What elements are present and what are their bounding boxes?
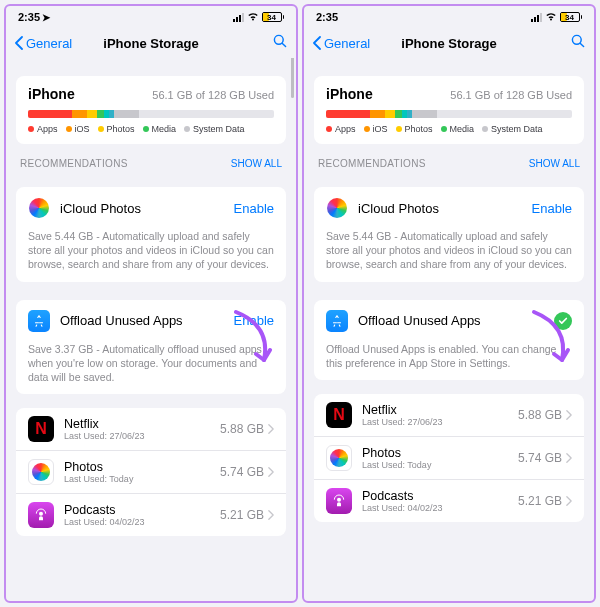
app-last-used: Last Used: 27/06/23: [64, 431, 220, 441]
show-all-button[interactable]: SHOW ALL: [529, 158, 580, 169]
wifi-icon: [545, 11, 557, 23]
app-size: 5.88 GB: [518, 408, 562, 422]
screen-left: 2:35 ➤ 34 General iPhone Storage iPhone: [4, 4, 298, 603]
app-name: Podcasts: [64, 503, 220, 517]
app-list: NNetflixLast Used: 27/06/235.88 GBPhotos…: [314, 394, 584, 522]
legend-item: Photos: [98, 124, 135, 134]
enable-button[interactable]: Enable: [234, 201, 274, 216]
storage-legend: AppsiOSPhotosMediaSystem Data: [28, 124, 274, 134]
rec-icloud-photos[interactable]: iCloud Photos Enable Save 5.44 GB - Auto…: [16, 187, 286, 282]
app-last-used: Last Used: Today: [362, 460, 518, 470]
podcasts-icon: [28, 502, 54, 528]
podcasts-icon: [326, 488, 352, 514]
rec-offload-apps[interactable]: Offload Unused Apps Enable Save 3.37 GB …: [16, 300, 286, 395]
navbar: General iPhone Storage: [304, 28, 594, 58]
app-last-used: Last Used: 04/02/23: [64, 517, 220, 527]
app-size: 5.88 GB: [220, 422, 264, 436]
app-name: Podcasts: [362, 489, 518, 503]
chevron-right-icon: [268, 506, 274, 524]
rec-offload-apps[interactable]: Offload Unused Apps Offload Unused Apps …: [314, 300, 584, 380]
app-row[interactable]: PodcastsLast Used: 04/02/235.21 GB: [314, 479, 584, 522]
back-button[interactable]: General: [14, 36, 72, 51]
wifi-icon: [247, 11, 259, 23]
storage-bar: [326, 110, 572, 118]
appstore-icon: [28, 310, 50, 332]
app-name: Photos: [64, 460, 220, 474]
storage-card: iPhone 56.1 GB of 128 GB Used AppsiOSPho…: [314, 76, 584, 144]
svg-point-0: [274, 35, 283, 44]
rec-desc: Save 5.44 GB - Automatically upload and …: [314, 229, 584, 282]
app-size: 5.21 GB: [518, 494, 562, 508]
photos-icon: [326, 197, 348, 219]
battery-icon: 34: [262, 12, 285, 22]
status-time: 2:35: [18, 11, 40, 23]
app-row[interactable]: PodcastsLast Used: 04/02/235.21 GB: [16, 493, 286, 536]
storage-used: 56.1 GB of 128 GB Used: [450, 89, 572, 101]
chevron-right-icon: [566, 449, 572, 467]
back-button[interactable]: General: [312, 36, 370, 51]
recommendations-label: RECOMMENDATIONS: [318, 158, 426, 169]
rec-desc: Save 5.44 GB - Automatically upload and …: [16, 229, 286, 282]
chevron-right-icon: [268, 463, 274, 481]
device-name: iPhone: [28, 86, 75, 102]
cellular-icon: [233, 13, 244, 22]
svg-point-3: [572, 35, 581, 44]
photos-icon: [28, 459, 54, 485]
app-size: 5.74 GB: [518, 451, 562, 465]
status-bar: 2:35 ➤ 34: [6, 6, 296, 28]
svg-line-4: [580, 43, 583, 46]
rec-title: Offload Unused Apps: [60, 313, 234, 328]
rec-title: iCloud Photos: [60, 201, 234, 216]
app-row[interactable]: NNetflixLast Used: 27/06/235.88 GB: [16, 408, 286, 450]
recommendations-label: RECOMMENDATIONS: [20, 158, 128, 169]
rec-title: Offload Unused Apps: [358, 313, 554, 328]
app-row[interactable]: PhotosLast Used: Today5.74 GB: [16, 450, 286, 493]
legend-item: Media: [143, 124, 177, 134]
enable-button[interactable]: Enable: [532, 201, 572, 216]
photos-icon: [326, 445, 352, 471]
back-label: General: [26, 36, 72, 51]
app-size: 5.21 GB: [220, 508, 264, 522]
legend-item: iOS: [364, 124, 388, 134]
content: iPhone 56.1 GB of 128 GB Used AppsiOSPho…: [304, 58, 594, 601]
rec-icloud-photos[interactable]: iCloud Photos Enable Save 5.44 GB - Auto…: [314, 187, 584, 282]
show-all-button[interactable]: SHOW ALL: [231, 158, 282, 169]
app-size: 5.74 GB: [220, 465, 264, 479]
app-name: Netflix: [362, 403, 518, 417]
app-row[interactable]: NNetflixLast Used: 27/06/235.88 GB: [314, 394, 584, 436]
legend-item: System Data: [184, 124, 245, 134]
cellular-icon: [531, 13, 542, 22]
rec-title: iCloud Photos: [358, 201, 532, 216]
content: iPhone 56.1 GB of 128 GB Used AppsiOSPho…: [6, 58, 296, 601]
app-row[interactable]: PhotosLast Used: Today5.74 GB: [314, 436, 584, 479]
app-list: NNetflixLast Used: 27/06/235.88 GBPhotos…: [16, 408, 286, 536]
legend-item: Photos: [396, 124, 433, 134]
screen-right: 2:35 34 General iPhone Storage iPhone 56…: [302, 4, 596, 603]
chevron-right-icon: [566, 492, 572, 510]
appstore-icon: [326, 310, 348, 332]
status-bar: 2:35 34: [304, 6, 594, 28]
svg-line-1: [282, 43, 285, 46]
enabled-check-icon: [554, 312, 572, 330]
rec-desc: Save 3.37 GB - Automatically offload unu…: [16, 342, 286, 395]
legend-item: System Data: [482, 124, 543, 134]
photos-icon: [28, 197, 50, 219]
enable-button[interactable]: Enable: [234, 313, 274, 328]
legend-item: Apps: [326, 124, 356, 134]
app-last-used: Last Used: Today: [64, 474, 220, 484]
app-name: Photos: [362, 446, 518, 460]
location-icon: ➤: [42, 12, 50, 23]
search-button[interactable]: [272, 33, 288, 53]
app-name: Netflix: [64, 417, 220, 431]
back-label: General: [324, 36, 370, 51]
storage-card: iPhone 56.1 GB of 128 GB Used AppsiOSPho…: [16, 76, 286, 144]
storage-bar: [28, 110, 274, 118]
svg-point-5: [337, 498, 341, 502]
legend-item: Apps: [28, 124, 58, 134]
battery-icon: 34: [560, 12, 583, 22]
search-button[interactable]: [570, 33, 586, 53]
svg-point-2: [39, 512, 43, 516]
recommendations-header: RECOMMENDATIONS SHOW ALL: [16, 158, 286, 169]
netflix-icon: N: [28, 416, 54, 442]
recommendations-header: RECOMMENDATIONS SHOW ALL: [314, 158, 584, 169]
